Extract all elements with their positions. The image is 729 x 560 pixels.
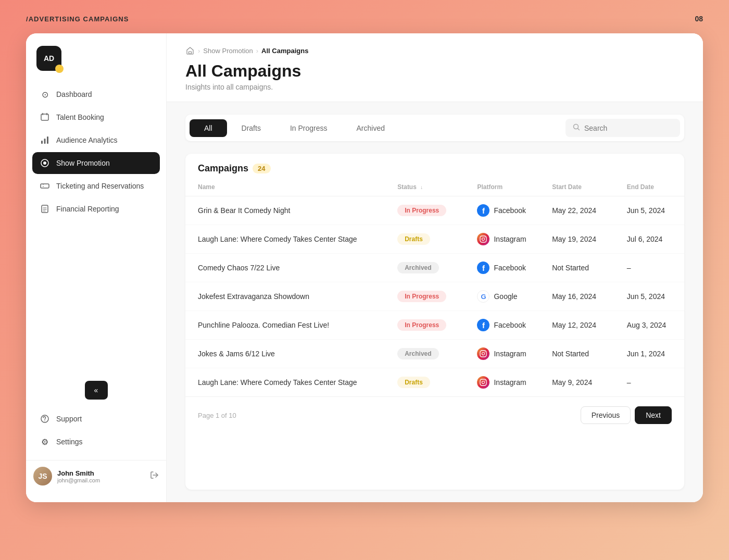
sidebar-item-label: Financial Reporting bbox=[56, 205, 119, 213]
campaign-platform: Instagram bbox=[464, 340, 539, 368]
sidebar-item-show-promotion[interactable]: Show Promotion bbox=[32, 152, 160, 174]
campaign-start-date: Not Started bbox=[539, 340, 614, 368]
campaign-end-date: Jul 6, 2024 bbox=[614, 225, 684, 254]
logo-badge: ⚡ bbox=[55, 65, 64, 73]
col-name[interactable]: Name bbox=[185, 178, 385, 196]
facebook-icon: f bbox=[477, 319, 489, 331]
campaign-end-date: Jun 1, 2024 bbox=[614, 340, 684, 368]
content-header: › Show Promotion › All Campaigns All Cam… bbox=[167, 33, 703, 102]
sidebar-item-label: Support bbox=[56, 415, 82, 423]
home-icon[interactable] bbox=[185, 46, 195, 55]
table-row[interactable]: Laugh Lane: Where Comedy Takes Center St… bbox=[185, 368, 684, 397]
campaign-status: Archived bbox=[385, 340, 464, 368]
svg-point-27 bbox=[482, 381, 485, 384]
svg-point-22 bbox=[485, 237, 485, 238]
ticketing-icon bbox=[40, 181, 50, 191]
sidebar: AD ⚡ ⊙ Dashboard Talent Booking Audience… bbox=[26, 33, 167, 502]
campaign-name: Punchline Palooza. Comedian Fest Live! bbox=[185, 311, 385, 340]
campaign-start-date: May 16, 2024 bbox=[539, 282, 614, 311]
table-row[interactable]: Laugh Lane: Where Comedy Takes Center St… bbox=[185, 225, 684, 254]
sidebar-item-financial-reporting[interactable]: Financial Reporting bbox=[32, 198, 160, 220]
previous-button[interactable]: Previous bbox=[581, 406, 631, 424]
breadcrumb: › Show Promotion › All Campaigns bbox=[185, 46, 684, 55]
status-badge: In Progress bbox=[397, 319, 446, 331]
logo-text: AD bbox=[44, 54, 54, 63]
breadcrumb-current: All Campaigns bbox=[261, 47, 308, 55]
campaign-status: In Progress bbox=[385, 311, 464, 340]
col-start-date: Start Date bbox=[539, 178, 614, 196]
financial-reporting-icon bbox=[40, 204, 50, 214]
campaign-name: Comedy Chaos 7/22 Live bbox=[185, 254, 385, 282]
facebook-icon: f bbox=[477, 204, 489, 217]
breadcrumb-sep2: › bbox=[256, 47, 258, 55]
campaign-end-date: Aug 3, 2024 bbox=[614, 311, 684, 340]
pagination-row: Page 1 of 10 Previous Next bbox=[185, 396, 684, 433]
status-badge: In Progress bbox=[397, 291, 446, 302]
table-header-row: Campaigns 24 bbox=[185, 154, 684, 178]
status-badge: Drafts bbox=[397, 233, 430, 245]
settings-icon: ⚙ bbox=[40, 437, 50, 447]
dashboard-icon: ⊙ bbox=[40, 89, 50, 99]
breadcrumb-sep: › bbox=[198, 47, 200, 55]
sidebar-item-support[interactable]: Support bbox=[32, 408, 160, 430]
campaign-name: Laugh Lane: Where Comedy Takes Center St… bbox=[185, 225, 385, 254]
page-info: Page 1 of 10 bbox=[198, 412, 236, 419]
filter-tab-archived[interactable]: Archived bbox=[342, 119, 399, 137]
sidebar-item-audience-analytics[interactable]: Audience Analytics bbox=[32, 129, 160, 151]
campaign-status: In Progress bbox=[385, 196, 464, 225]
svg-point-24 bbox=[482, 353, 485, 355]
app-title: /ADVERTISING CAMPAIGNS bbox=[26, 15, 129, 23]
campaign-start-date: May 19, 2024 bbox=[539, 225, 614, 254]
user-name: John Smith bbox=[57, 469, 144, 477]
audience-analytics-icon bbox=[40, 135, 50, 145]
page-title: All Campaigns bbox=[185, 61, 684, 81]
avatar: JS bbox=[33, 467, 52, 486]
filter-tab-all[interactable]: All bbox=[190, 119, 227, 137]
table-row[interactable]: Comedy Chaos 7/22 Live Archived f Facebo… bbox=[185, 254, 684, 282]
sidebar-item-settings[interactable]: ⚙ Settings bbox=[32, 431, 160, 453]
campaign-start-date: May 9, 2024 bbox=[539, 368, 614, 397]
sidebar-item-label: Show Promotion bbox=[56, 159, 110, 167]
table-row[interactable]: Jokes & Jams 6/12 Live Archived Instagra… bbox=[185, 340, 684, 368]
svg-rect-23 bbox=[480, 351, 486, 357]
status-badge: Drafts bbox=[397, 377, 430, 388]
campaign-platform: Instagram bbox=[464, 368, 539, 397]
svg-rect-4 bbox=[44, 139, 46, 144]
sidebar-item-label: Settings bbox=[56, 438, 83, 446]
page-subtitle: Insights into all campaigns. bbox=[185, 83, 684, 91]
campaign-start-date: May 22, 2024 bbox=[539, 196, 614, 225]
col-platform: Platform bbox=[464, 178, 539, 196]
logout-button[interactable] bbox=[149, 470, 159, 482]
svg-point-15 bbox=[44, 420, 45, 421]
campaign-end-date: Jun 5, 2024 bbox=[614, 196, 684, 225]
breadcrumb-show-promotion[interactable]: Show Promotion bbox=[203, 47, 253, 55]
campaign-status: In Progress bbox=[385, 282, 464, 311]
svg-point-21 bbox=[482, 238, 485, 241]
status-badge: In Progress bbox=[397, 205, 446, 216]
table-row[interactable]: Grin & Bear It Comedy Night In Progress … bbox=[185, 196, 684, 225]
sidebar-item-label: Dashboard bbox=[56, 90, 92, 98]
campaign-platform: Instagram bbox=[464, 225, 539, 254]
table-row[interactable]: Jokefest Extravaganza Showdown In Progre… bbox=[185, 282, 684, 311]
campaign-start-date: May 12, 2024 bbox=[539, 311, 614, 340]
col-status[interactable]: Status ↓ bbox=[385, 178, 464, 196]
sidebar-item-label: Audience Analytics bbox=[56, 136, 118, 144]
user-section: JS John Smith john@gmail.com bbox=[26, 460, 166, 492]
sidebar-item-talent-booking[interactable]: Talent Booking bbox=[32, 106, 160, 128]
campaign-end-date: – bbox=[614, 368, 684, 397]
next-button[interactable]: Next bbox=[635, 406, 672, 424]
main-container: AD ⚡ ⊙ Dashboard Talent Booking Audience… bbox=[26, 33, 703, 502]
top-bar: /ADVERTISING CAMPAIGNS 08 bbox=[0, 0, 729, 33]
campaign-start-date: Not Started bbox=[539, 254, 614, 282]
bottom-nav: Support ⚙ Settings bbox=[26, 408, 166, 460]
table-row[interactable]: Punchline Palooza. Comedian Fest Live! I… bbox=[185, 311, 684, 340]
campaign-status: Drafts bbox=[385, 368, 464, 397]
search-input[interactable] bbox=[584, 124, 668, 132]
sidebar-item-ticketing[interactable]: Ticketing and Reservations bbox=[32, 175, 160, 197]
search-icon bbox=[573, 123, 580, 132]
sidebar-item-dashboard[interactable]: ⊙ Dashboard bbox=[32, 83, 160, 105]
collapse-button[interactable]: « bbox=[85, 381, 108, 400]
filter-tab-inprogress[interactable]: In Progress bbox=[275, 119, 342, 137]
google-icon: G bbox=[477, 290, 489, 303]
filter-tab-drafts[interactable]: Drafts bbox=[227, 119, 275, 137]
